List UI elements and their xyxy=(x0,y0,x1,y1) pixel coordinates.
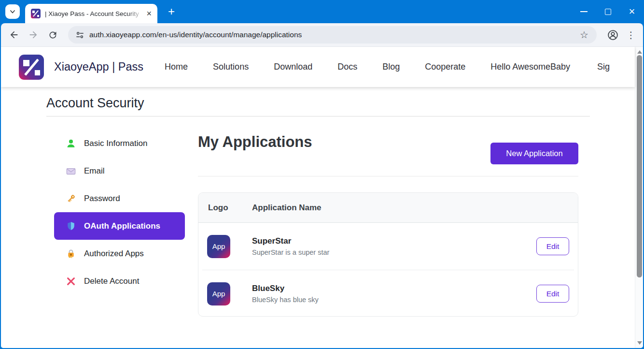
section-divider xyxy=(198,176,578,176)
scrollbar-thumb[interactable] xyxy=(637,55,642,277)
main-panel: My Applications New Application Logo App… xyxy=(198,87,578,348)
column-header-application-name: Application Name xyxy=(252,203,322,213)
browser-window: | Xiaoye Pass - Account Security × + × a… xyxy=(0,0,644,349)
table-row: App SuperStar SuperStar is a super star … xyxy=(198,223,578,270)
column-header-logo: Logo xyxy=(208,203,252,213)
nav-link-blog[interactable]: Blog xyxy=(382,62,400,72)
reload-icon xyxy=(48,30,58,40)
edit-button[interactable]: Edit xyxy=(536,237,569,255)
brand-name[interactable]: XiaoyeApp | Pass xyxy=(54,60,143,73)
user-greeting: Hello AwesomeBaby xyxy=(490,62,570,72)
nav-link-download[interactable]: Download xyxy=(274,62,312,72)
sidebar-item-label: OAuth Applications xyxy=(84,221,160,231)
sidebar-item-password[interactable]: Password xyxy=(54,185,185,212)
browser-tab[interactable]: | Xiaoye Pass - Account Security × xyxy=(25,4,157,23)
tab-strip: | Xiaoye Pass - Account Security × + × xyxy=(0,0,644,23)
app-logo: App xyxy=(207,282,230,305)
shield-icon xyxy=(65,220,77,232)
reload-button[interactable] xyxy=(43,25,62,44)
person-icon xyxy=(65,138,77,149)
edit-button[interactable]: Edit xyxy=(536,285,569,303)
sidebar-item-label: Delete Account xyxy=(84,276,139,286)
sidebar-item-label: Basic Information xyxy=(84,139,147,148)
x-icon xyxy=(65,276,77,287)
lock-icon xyxy=(65,248,77,260)
table-header-row: Logo Application Name xyxy=(198,193,578,223)
nav-link-docs[interactable]: Docs xyxy=(337,62,357,72)
nav-link-solutions[interactable]: Solutions xyxy=(213,62,249,72)
tune-icon xyxy=(75,30,84,40)
tab-search-button[interactable] xyxy=(5,4,20,19)
window-controls: × xyxy=(572,0,644,23)
bookmark-button[interactable]: ☆ xyxy=(576,27,592,43)
site-info-button[interactable] xyxy=(72,27,87,43)
app-info: BlueSky BlueSky has blue sky xyxy=(252,284,536,304)
app-info: SuperStar SuperStar is a super star xyxy=(252,236,536,256)
sidebar-item-oauth-applications[interactable]: OAuth Applications xyxy=(54,212,185,240)
minimize-icon xyxy=(580,11,588,12)
page-viewport: XiaoyeApp | Pass Home Solutions Download… xyxy=(1,47,643,348)
sidebar-item-label: Password xyxy=(84,194,120,204)
scrollbar-down-arrow-icon[interactable] xyxy=(637,341,642,345)
sidebar-item-authorized-apps[interactable]: Authorized Apps xyxy=(54,240,185,267)
profile-icon xyxy=(607,29,619,41)
app-name: BlueSky xyxy=(252,284,536,293)
nav-link-home[interactable]: Home xyxy=(165,62,188,72)
profile-button[interactable] xyxy=(603,26,622,44)
page-content: Account Security Basic Information Email xyxy=(1,87,635,348)
app-name: SuperStar xyxy=(252,236,536,246)
back-button[interactable] xyxy=(4,25,24,44)
site-header: XiaoyeApp | Pass Home Solutions Download… xyxy=(1,47,635,87)
envelope-icon xyxy=(65,165,77,177)
forward-button[interactable] xyxy=(24,25,43,44)
signout-link-partial[interactable]: Sig xyxy=(597,62,610,72)
applications-table: Logo Application Name App SuperStar Supe… xyxy=(198,192,578,317)
maximize-button[interactable] xyxy=(596,0,620,23)
app-description: SuperStar is a super star xyxy=(252,248,536,256)
new-tab-button[interactable]: + xyxy=(164,4,179,19)
app-logo: App xyxy=(207,235,230,258)
arrow-left-icon xyxy=(9,29,19,40)
arrow-right-icon xyxy=(28,29,39,40)
chevron-down-icon xyxy=(9,8,16,15)
maximize-icon xyxy=(605,9,611,15)
tab-title: | Xiaoye Pass - Account Security xyxy=(45,10,145,17)
key-icon xyxy=(65,193,77,204)
url-text[interactable]: auth.xiaoyeapp.com/en-us/identity/accoun… xyxy=(89,30,576,39)
new-application-button[interactable]: New Application xyxy=(490,143,578,164)
app-description: BlueSky has blue sky xyxy=(252,296,536,304)
site-logo-icon[interactable] xyxy=(19,55,44,80)
site-nav: Home Solutions Download Docs Blog Cooper… xyxy=(165,62,465,72)
url-bar[interactable]: auth.xiaoyeapp.com/en-us/identity/accoun… xyxy=(68,26,597,44)
section-heading: My Applications xyxy=(198,133,312,151)
sidebar-item-email[interactable]: Email xyxy=(54,157,185,185)
scrollbar-up-arrow-icon[interactable] xyxy=(637,50,642,54)
browser-menu-button[interactable]: ⋮ xyxy=(622,26,640,44)
sidebar-item-label: Authorized Apps xyxy=(84,249,144,259)
nav-link-cooperate[interactable]: Cooperate xyxy=(425,62,465,72)
sidebar-item-basic-information[interactable]: Basic Information xyxy=(54,130,185,157)
minimize-button[interactable] xyxy=(572,0,596,23)
browser-toolbar: auth.xiaoyeapp.com/en-us/identity/accoun… xyxy=(1,23,643,47)
close-icon: × xyxy=(629,7,635,16)
page-scrollbar[interactable] xyxy=(635,47,643,348)
favicon-icon xyxy=(31,9,41,18)
table-row: App BlueSky BlueSky has blue sky Edit xyxy=(198,270,578,317)
close-window-button[interactable]: × xyxy=(620,0,644,23)
sidebar-item-label: Email xyxy=(84,166,105,176)
tab-close-icon[interactable]: × xyxy=(145,9,153,18)
sidebar-item-delete-account[interactable]: Delete Account xyxy=(54,267,185,295)
settings-sidebar: Basic Information Email Password xyxy=(46,130,185,295)
